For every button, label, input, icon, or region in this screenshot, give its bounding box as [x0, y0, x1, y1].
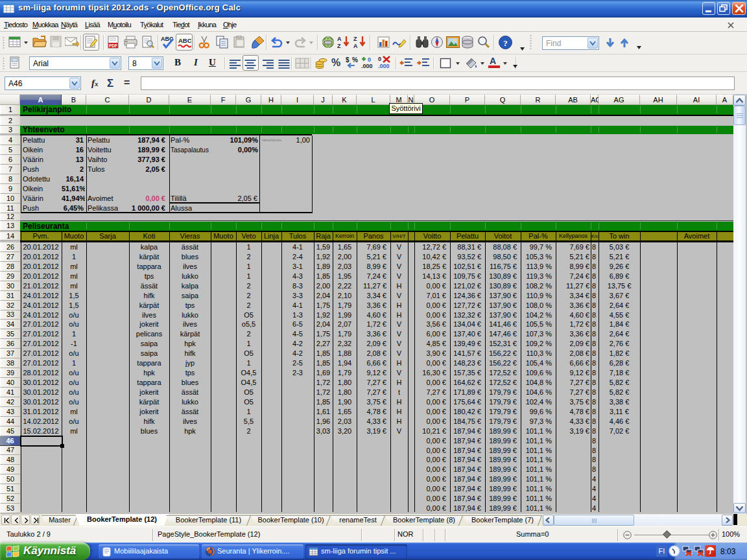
- svg-text:Z: Z: [337, 43, 341, 49]
- svg-text:A: A: [353, 43, 358, 49]
- svg-text:%: %: [352, 56, 358, 64]
- svg-text:0: 0: [368, 56, 371, 63]
- svg-text:ABC: ABC: [178, 37, 191, 44]
- svg-text:?: ?: [503, 38, 508, 48]
- svg-text:$: $: [346, 56, 350, 64]
- svg-text:.000: .000: [361, 63, 373, 69]
- svg-text:PDF: PDF: [109, 43, 117, 48]
- svg-text:.000: .000: [378, 63, 390, 69]
- svg-text:Z: Z: [353, 36, 357, 42]
- svg-text:0: 0: [378, 56, 381, 62]
- svg-text:A: A: [337, 36, 342, 42]
